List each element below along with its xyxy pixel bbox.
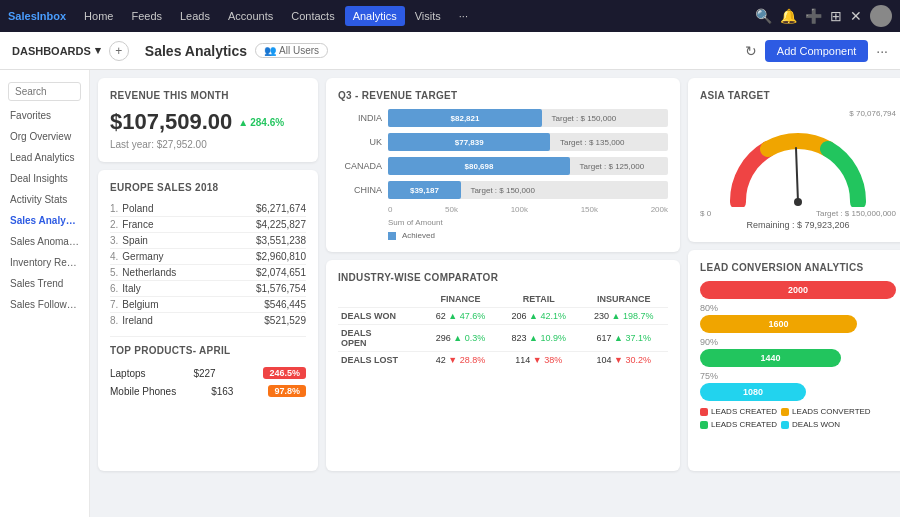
page-title: Sales Analytics bbox=[145, 43, 247, 59]
user-avatar[interactable] bbox=[870, 5, 892, 27]
sidebar-item-sales[interactable]: Sales Analytics bbox=[0, 210, 89, 231]
sidebar-item-trend[interactable]: Sales Trend bbox=[0, 273, 89, 294]
list-item: 7.Belgium$546,445 bbox=[110, 297, 306, 313]
gauge-labels: $ 0 Target : $ 150,000,000 bbox=[700, 209, 896, 218]
sub-nav-actions: ↻ Add Component ··· bbox=[745, 40, 888, 62]
middle-column: Q3 - REVENUE TARGET INDIA $82,821 Target… bbox=[326, 78, 680, 471]
plus-icon[interactable]: ➕ bbox=[805, 8, 822, 24]
dashboards-button[interactable]: DASHBOARDS ▾ bbox=[12, 44, 101, 57]
product-row: Laptops $227 246.5% bbox=[110, 364, 306, 382]
gauge-min: $ 0 bbox=[700, 209, 711, 218]
revenue-card: REVENUE THIS MONTH $107,509.00 ▲ 284.6% … bbox=[98, 78, 318, 162]
gauge-target: Target : $ 150,000,000 bbox=[816, 209, 896, 218]
lead-bar-row-1: 2000 bbox=[700, 281, 896, 299]
europe-title: EUROPE SALES 2018 bbox=[110, 182, 306, 193]
last-year: Last year: $27,952.00 bbox=[110, 139, 306, 150]
sidebar-item-deal[interactable]: Deal Insights bbox=[0, 168, 89, 189]
nav-home[interactable]: Home bbox=[76, 6, 121, 26]
table-row: DEALSOPEN 296 ▲ 0.3% 823 ▲ 10.9% 617 ▲ 3… bbox=[338, 325, 668, 352]
bell-icon[interactable]: 🔔 bbox=[780, 8, 797, 24]
lead-title: LEAD CONVERSION ANALYTICS bbox=[700, 262, 896, 273]
asia-target-card: ASIA TARGET $ 70,076,794 $ 0 Tar bbox=[688, 78, 900, 242]
sidebar-item-followup[interactable]: Sales Follow-up T bbox=[0, 294, 89, 315]
gauge-chart bbox=[718, 122, 878, 207]
nav-icons: 🔍 🔔 ➕ ⊞ ✕ bbox=[755, 5, 892, 27]
header-retail: RETAIL bbox=[498, 291, 580, 308]
products-title: TOP PRODUCTS- APRIL bbox=[110, 345, 306, 356]
twitter-icon[interactable]: ✕ bbox=[850, 8, 862, 24]
revenue-title: REVENUE THIS MONTH bbox=[110, 90, 306, 101]
gauge-remaining: Remaining : $ 79,923,206 bbox=[700, 220, 896, 230]
table-row: DEALS WON 62 ▲ 47.6% 206 ▲ 42.1% 230 ▲ 1… bbox=[338, 308, 668, 325]
top-products: TOP PRODUCTS- APRIL Laptops $227 246.5% … bbox=[110, 336, 306, 400]
q3-revenue-card: Q3 - REVENUE TARGET INDIA $82,821 Target… bbox=[326, 78, 680, 252]
nav-more[interactable]: ··· bbox=[451, 6, 476, 26]
nav-feeds[interactable]: Feeds bbox=[123, 6, 170, 26]
search-input[interactable] bbox=[8, 82, 81, 101]
gauge-top-value: $ 70,076,794 bbox=[700, 109, 896, 118]
chart-footer: Sum of Amount bbox=[338, 218, 668, 227]
growth-badge: ▲ 284.6% bbox=[238, 117, 284, 128]
sidebar-item-inventory[interactable]: Inventory Reports bbox=[0, 252, 89, 273]
add-component-button[interactable]: Add Component bbox=[765, 40, 869, 62]
list-item: 4.Germany$2,960,810 bbox=[110, 249, 306, 265]
q3-bar-chart: INDIA $82,821 Target : $ 150,000 UK bbox=[338, 109, 668, 199]
bar-row-uk: UK $77,839 Target : $ 135,000 bbox=[338, 133, 668, 151]
bar-row-india: INDIA $82,821 Target : $ 150,000 bbox=[338, 109, 668, 127]
nav-accounts[interactable]: Accounts bbox=[220, 6, 281, 26]
chevron-down-icon: ▾ bbox=[95, 44, 101, 57]
right-column: ASIA TARGET $ 70,076,794 $ 0 Tar bbox=[688, 78, 900, 471]
list-item: 5.Netherlands$2,074,651 bbox=[110, 265, 306, 281]
product-badge-phones: 97.8% bbox=[268, 385, 306, 397]
nav-visits[interactable]: Visits bbox=[407, 6, 449, 26]
table-header-row: FINANCE RETAIL INSURANCE bbox=[338, 291, 668, 308]
legend-created-icon bbox=[700, 408, 708, 416]
list-item: 6.Italy$1,576,754 bbox=[110, 281, 306, 297]
more-options-button[interactable]: ··· bbox=[876, 43, 888, 59]
q3-title: Q3 - REVENUE TARGET bbox=[338, 90, 668, 101]
sidebar-item-lead[interactable]: Lead Analytics bbox=[0, 147, 89, 168]
top-nav: SalesInbox Home Feeds Leads Accounts Con… bbox=[0, 0, 900, 32]
list-item: 1.Poland$6,271,674 bbox=[110, 201, 306, 217]
lead-bar-row-4: 1080 bbox=[700, 383, 896, 401]
users-badge[interactable]: 👥 All Users bbox=[255, 43, 328, 58]
refresh-button[interactable]: ↻ bbox=[745, 43, 757, 59]
lead-bar-row-3: 1440 bbox=[700, 349, 896, 367]
nav-leads[interactable]: Leads bbox=[172, 6, 218, 26]
sidebar-item-anomalies[interactable]: Sales Anomalies bbox=[0, 231, 89, 252]
revenue-amount: $107,509.00 ▲ 284.6% bbox=[110, 109, 306, 135]
svg-line-0 bbox=[796, 148, 798, 202]
search-icon[interactable]: 🔍 bbox=[755, 8, 772, 24]
asia-title: ASIA TARGET bbox=[700, 90, 896, 101]
bar-row-canada: CANADA $80,698 Target : $ 125,000 bbox=[338, 157, 668, 175]
legend-deals-created-icon bbox=[700, 421, 708, 429]
sidebar-item-favorites[interactable]: Favorites bbox=[0, 105, 89, 126]
header-insurance: INSURANCE bbox=[580, 291, 668, 308]
header-finance: FINANCE bbox=[423, 291, 498, 308]
logo: SalesInbox bbox=[8, 10, 66, 22]
lead-conversion-card: LEAD CONVERSION ANALYTICS 2000 80% 1600 … bbox=[688, 250, 900, 471]
add-dashboard-button[interactable]: + bbox=[109, 41, 129, 61]
grid-icon[interactable]: ⊞ bbox=[830, 8, 842, 24]
europe-sales-card: EUROPE SALES 2018 1.Poland$6,271,674 2.F… bbox=[98, 170, 318, 471]
legend-deals-won-icon bbox=[781, 421, 789, 429]
main-content: Favorites Org Overview Lead Analytics De… bbox=[0, 70, 900, 517]
nav-analytics[interactable]: Analytics bbox=[345, 6, 405, 26]
sidebar: Favorites Org Overview Lead Analytics De… bbox=[0, 70, 90, 517]
arrow-up-icon: ▲ bbox=[238, 117, 248, 128]
svg-point-1 bbox=[794, 198, 802, 206]
industry-title: INDUSTRY-WISE COMPARATOR bbox=[338, 272, 668, 283]
legend-converted-icon bbox=[781, 408, 789, 416]
product-row: Mobile Phones $163 97.8% bbox=[110, 382, 306, 400]
industry-card: INDUSTRY-WISE COMPARATOR FINANCE RETAIL … bbox=[326, 260, 680, 471]
list-item: 3.Spain$3,551,238 bbox=[110, 233, 306, 249]
nav-contacts[interactable]: Contacts bbox=[283, 6, 342, 26]
sub-nav: DASHBOARDS ▾ + Sales Analytics 👥 All Use… bbox=[0, 32, 900, 70]
sidebar-item-activity[interactable]: Activity Stats bbox=[0, 189, 89, 210]
europe-sales-list: 1.Poland$6,271,674 2.France$4,225,827 3.… bbox=[110, 201, 306, 328]
comparator-table: FINANCE RETAIL INSURANCE DEALS WON 62 ▲ … bbox=[338, 291, 668, 368]
sidebar-item-org[interactable]: Org Overview bbox=[0, 126, 89, 147]
product-badge-laptops: 246.5% bbox=[263, 367, 306, 379]
table-row: DEALS LOST 42 ▼ 28.8% 114 ▼ 38% 104 ▼ 30… bbox=[338, 352, 668, 369]
gauge-container bbox=[700, 122, 896, 207]
